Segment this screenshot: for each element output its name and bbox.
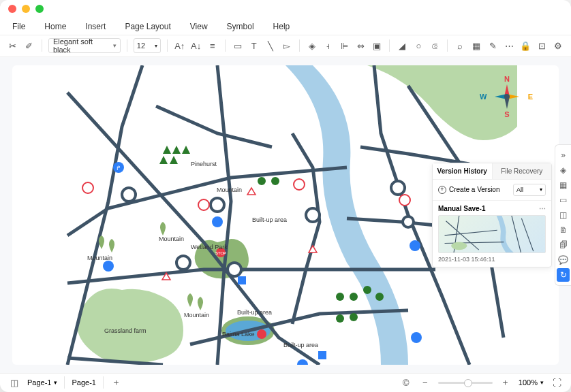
- menu-symbol[interactable]: Symbol: [227, 22, 254, 31]
- version-thumbnail: [438, 215, 546, 253]
- add-page-button[interactable]: ＋: [110, 376, 123, 389]
- dock-image-icon[interactable]: ▦: [555, 178, 571, 193]
- cc-icon[interactable]: ©: [400, 376, 412, 389]
- pointer-tool[interactable]: ▻: [281, 39, 293, 52]
- svg-point-13: [198, 199, 209, 210]
- svg-rect-15: [318, 351, 326, 359]
- svg-point-4: [306, 208, 320, 222]
- svg-point-21: [297, 359, 308, 365]
- svg-point-35: [504, 94, 510, 99]
- svg-point-5: [391, 181, 405, 195]
- zoom-out-button[interactable]: −: [419, 376, 431, 389]
- svg-point-24: [271, 177, 279, 185]
- label-mountain-2: Mountain: [159, 235, 184, 242]
- menu-page-layout[interactable]: Page Layout: [125, 22, 170, 31]
- line-tool[interactable]: ╲: [264, 39, 277, 52]
- compass-n: N: [504, 75, 510, 83]
- format-painter-button[interactable]: ✐: [23, 39, 35, 52]
- label-pinehurst: Pinehurst: [191, 161, 217, 167]
- crop-button[interactable]: ⟃: [429, 39, 441, 52]
- dock-data-icon[interactable]: 🗐: [555, 238, 571, 252]
- close-window-button[interactable]: [8, 5, 16, 13]
- svg-point-28: [375, 293, 384, 301]
- increase-font-button[interactable]: A↑: [174, 39, 186, 52]
- text-align-button[interactable]: ≡: [206, 39, 219, 52]
- menu-home[interactable]: Home: [44, 22, 66, 31]
- dock-history-icon[interactable]: ↻: [557, 268, 570, 282]
- page-select[interactable]: Page-1▾: [27, 378, 57, 387]
- dock-collapse-icon[interactable]: »: [555, 148, 571, 163]
- dock-page-icon[interactable]: 🗎: [555, 223, 571, 238]
- version-menu-icon[interactable]: ⋯: [539, 205, 546, 212]
- svg-point-18: [257, 329, 266, 339]
- font-size-select[interactable]: 12▾: [134, 38, 161, 53]
- svg-rect-14: [238, 276, 246, 284]
- svg-point-0: [122, 188, 136, 201]
- line-style-button[interactable]: ⋯: [503, 39, 515, 52]
- tab-version-history[interactable]: Version History: [433, 163, 493, 179]
- dock-layer-icon[interactable]: ◫: [555, 208, 571, 223]
- flip-button[interactable]: ⇔: [354, 39, 367, 52]
- canvas-area: ↱ STOP: [0, 57, 571, 373]
- minimize-window-button[interactable]: [22, 5, 30, 13]
- app-window: File Home Insert Page Layout View Symbol…: [0, 0, 571, 392]
- compass: N S E W: [488, 78, 526, 116]
- search-button[interactable]: ⌕: [454, 39, 466, 52]
- svg-point-2: [228, 263, 241, 276]
- zoom-slider[interactable]: [438, 382, 493, 384]
- align-button[interactable]: ⊫: [338, 39, 350, 52]
- menu-file[interactable]: File: [12, 22, 25, 31]
- create-version-button[interactable]: +Create a Version: [438, 186, 500, 194]
- tab-file-recovery[interactable]: File Recovery: [493, 163, 552, 179]
- label-grassland: Grassland farm: [104, 327, 146, 334]
- compass-s: S: [504, 110, 509, 118]
- version-panel: Version History File Recovery +Create a …: [432, 163, 552, 267]
- label-wetland: Wetland Park: [191, 244, 228, 250]
- pages-icon[interactable]: ◫: [8, 376, 20, 389]
- label-mountain-3: Mountain: [87, 255, 112, 261]
- fill-color-button[interactable]: ◢: [396, 39, 408, 52]
- svg-point-11: [103, 261, 114, 272]
- label-builtup-3: Built-up area: [283, 342, 318, 348]
- label-lake: Baima Lake: [222, 331, 255, 338]
- font-select[interactable]: Elegant soft black: [48, 38, 121, 53]
- zoom-in-button[interactable]: ＋: [499, 376, 512, 389]
- align-left-button[interactable]: ⫞: [322, 39, 335, 52]
- more-button[interactable]: ⚙: [552, 39, 564, 52]
- rectangle-tool[interactable]: ▭: [232, 39, 244, 52]
- svg-point-23: [258, 177, 266, 185]
- dock-theme-icon[interactable]: ◈: [555, 163, 571, 178]
- menu-view[interactable]: View: [190, 22, 208, 31]
- page-tab-1[interactable]: Page-1: [64, 376, 103, 389]
- layer-button[interactable]: ◈: [306, 39, 318, 52]
- dock-comment-icon[interactable]: 💬: [555, 252, 571, 267]
- version-filter-select[interactable]: All▾: [513, 184, 546, 196]
- version-name: Manual Save-1: [438, 205, 485, 212]
- cut-button[interactable]: ✂: [7, 39, 19, 52]
- pen-button[interactable]: ✎: [487, 39, 499, 52]
- zoom-level[interactable]: 100%▾: [519, 378, 544, 387]
- label-builtup-1: Built-up area: [252, 216, 287, 223]
- compass-w: W: [480, 93, 487, 101]
- fullscreen-button[interactable]: ⛶: [551, 376, 563, 389]
- svg-point-25: [336, 293, 344, 301]
- svg-point-22: [399, 195, 410, 206]
- lock-button[interactable]: 🔒: [519, 39, 531, 52]
- side-dock: » ◈ ▦ ▭ ◫ 🗎 🗐 💬 ↻: [555, 144, 571, 286]
- table-button[interactable]: ▦: [470, 39, 482, 52]
- maximize-window-button[interactable]: [35, 5, 44, 13]
- distribute-button[interactable]: ▣: [371, 39, 383, 52]
- label-mountain-1: Mountain: [217, 186, 242, 193]
- svg-text:STOP: STOP: [215, 251, 226, 255]
- menu-help[interactable]: Help: [273, 22, 290, 31]
- decrease-font-button[interactable]: A↓: [190, 39, 202, 52]
- group-button[interactable]: ⊡: [536, 39, 548, 52]
- dock-shape-icon[interactable]: ▭: [555, 193, 571, 208]
- svg-point-10: [212, 216, 223, 227]
- version-item[interactable]: Manual Save-1⋯ 2021-11-03 15:46:11: [433, 201, 551, 267]
- text-tool[interactable]: T: [248, 39, 260, 52]
- shape-button[interactable]: ○: [412, 39, 425, 52]
- svg-point-36: [451, 242, 467, 250]
- menu-insert[interactable]: Insert: [85, 22, 106, 31]
- svg-point-19: [410, 240, 420, 251]
